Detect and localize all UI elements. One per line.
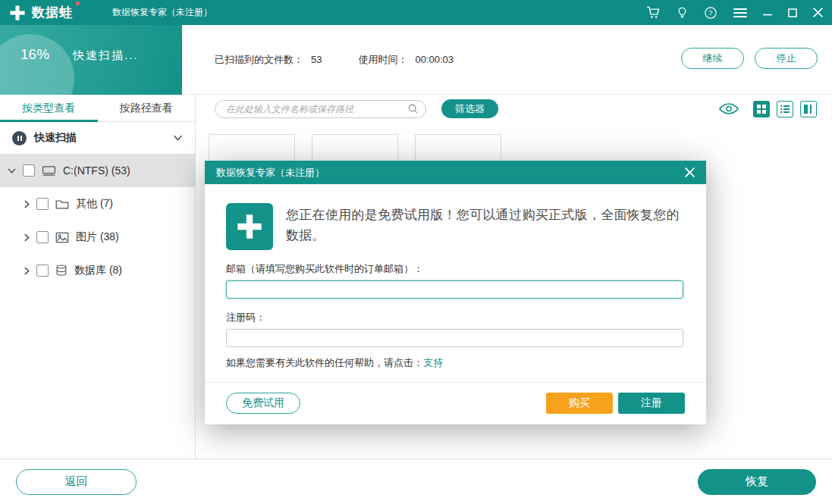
help-icon[interactable]: ? — [704, 6, 717, 20]
buy-button[interactable]: 购买 — [546, 393, 613, 414]
email-label: 邮箱（请填写您购买此软件时的订单邮箱）： — [226, 262, 683, 276]
chevron-down-icon[interactable] — [173, 135, 183, 141]
toolbar: 筛选器 — [196, 95, 832, 123]
dialog-intro: 您正在使用的是免费试用版！您可以通过购买正式版，全面恢复您的数据。 — [226, 203, 683, 250]
tree-label: 其他 (7) — [76, 197, 113, 211]
tree-row-drive-c[interactable]: C:(NTFS) (53) — [0, 154, 195, 187]
time-used-value: 00:00:03 — [415, 54, 454, 65]
sidebar-tabs: 按类型查看 按路径查看 — [0, 95, 195, 122]
preview-eye-icon[interactable] — [719, 102, 739, 115]
menu-icon[interactable] — [733, 8, 747, 18]
free-trial-button[interactable]: 免费试用 — [226, 393, 300, 414]
code-label: 注册码： — [226, 311, 683, 324]
minimize-icon[interactable] — [763, 8, 772, 17]
dialog-app-logo-icon — [226, 203, 273, 250]
cart-icon[interactable] — [646, 5, 661, 20]
close-icon[interactable] — [813, 8, 823, 17]
continue-button[interactable]: 继续 — [681, 48, 744, 69]
checkbox-images[interactable] — [36, 231, 49, 243]
app-subtitle: 数据恢复专家（未注册） — [112, 6, 212, 19]
files-scanned-label: 已扫描到的文件数： — [215, 53, 303, 67]
scan-progress-block: 16% 快速扫描... — [0, 25, 182, 95]
scan-header: 16% 快速扫描... 已扫描到的文件数： 53 使用时间： 00:00:03 … — [0, 25, 832, 95]
view-controls — [719, 101, 817, 117]
app-name: 数据蛙 — [32, 4, 73, 21]
register-code-field[interactable] — [226, 329, 683, 347]
titlebar: 数据蛙 数据恢复专家（未注册） ? — [0, 0, 832, 25]
dialog-close-icon[interactable] — [685, 167, 695, 177]
bulb-icon[interactable] — [677, 5, 688, 20]
drive-icon — [42, 164, 56, 177]
checkbox-database[interactable] — [36, 265, 49, 277]
folder-icon — [55, 199, 69, 210]
scan-buttons: 继续 停止 — [681, 48, 818, 69]
app-window: 数据蛙 数据恢复专家（未注册） ? — [0, 0, 832, 504]
tree-row-database[interactable]: 数据库 (8) — [0, 254, 195, 287]
tree-label: C:(NTFS) (53) — [63, 164, 130, 177]
tree-label: 图片 (38) — [76, 230, 119, 244]
trademark-dot — [76, 2, 80, 5]
tab-view-by-path[interactable]: 按路径查看 — [98, 95, 196, 121]
expander-right-icon[interactable] — [24, 233, 30, 242]
dialog-body: 您正在使用的是免费试用版！您可以通过购买正式版，全面恢复您的数据。 邮箱（请填写… — [205, 184, 706, 370]
list-view-icon[interactable] — [777, 101, 793, 117]
recover-button[interactable]: 恢复 — [698, 469, 816, 495]
search-input[interactable] — [224, 103, 407, 115]
grid-view-icon[interactable] — [753, 101, 770, 117]
stop-button[interactable]: 停止 — [755, 48, 818, 69]
dialog-message: 您正在使用的是免费试用版！您可以通过购买正式版，全面恢复您的数据。 — [286, 203, 683, 246]
back-button[interactable]: 返回 — [16, 469, 137, 495]
progress-percent: 16% — [20, 46, 49, 63]
scan-status-label: 快速扫描... — [73, 49, 139, 63]
progress-circle — [0, 34, 74, 95]
search-box — [215, 100, 426, 118]
pause-icon[interactable] — [12, 131, 27, 146]
checkbox-other[interactable] — [36, 198, 49, 210]
email-field[interactable] — [226, 280, 683, 299]
filter-button[interactable]: 筛选器 — [441, 99, 498, 118]
image-icon — [55, 232, 69, 243]
dialog-footer: 免费试用 购买 注册 — [205, 382, 706, 424]
tab-view-by-type[interactable]: 按类型查看 — [0, 95, 98, 121]
checkbox-drive-c[interactable] — [23, 164, 35, 177]
register-button[interactable]: 注册 — [618, 393, 685, 414]
column-view-icon[interactable] — [800, 101, 817, 117]
tree-label: 数据库 (8) — [74, 264, 122, 277]
app-logo-icon — [9, 5, 26, 21]
maximize-icon[interactable] — [788, 8, 797, 17]
bottom-bar: 返回 恢复 — [0, 459, 832, 504]
expander-down-icon[interactable] — [8, 168, 16, 174]
dialog-titlebar: 数据恢复专家（未注册） — [205, 161, 706, 184]
registration-dialog: 数据恢复专家（未注册） 您正在使用的是免费试用版！您可以通过购买正式版，全面恢复… — [205, 161, 706, 424]
files-scanned-value: 53 — [311, 54, 322, 65]
time-used-label: 使用时间： — [358, 53, 407, 67]
quick-scan-label: 快速扫描 — [34, 131, 165, 145]
tree-row-images[interactable]: 图片 (38) — [0, 221, 195, 254]
titlebar-icons: ? — [646, 5, 823, 20]
database-icon — [55, 265, 68, 277]
tree-row-other[interactable]: 其他 (7) — [0, 187, 195, 221]
support-link[interactable]: 支持 — [423, 357, 443, 368]
scan-stats: 已扫描到的文件数： 53 使用时间： 00:00:03 — [182, 53, 454, 67]
search-icon[interactable] — [407, 103, 419, 114]
dialog-title: 数据恢复专家（未注册） — [216, 166, 325, 180]
expander-right-icon[interactable] — [24, 200, 30, 208]
quick-scan-row[interactable]: 快速扫描 — [0, 122, 195, 154]
sidebar: 按类型查看 按路径查看 快速扫描 C:(NTFS) (53) — [0, 95, 196, 459]
dialog-help-text: 如果您需要有关此软件的任何帮助，请点击：支持 — [226, 356, 683, 370]
svg-text:?: ? — [708, 9, 712, 17]
expander-right-icon[interactable] — [24, 267, 30, 275]
